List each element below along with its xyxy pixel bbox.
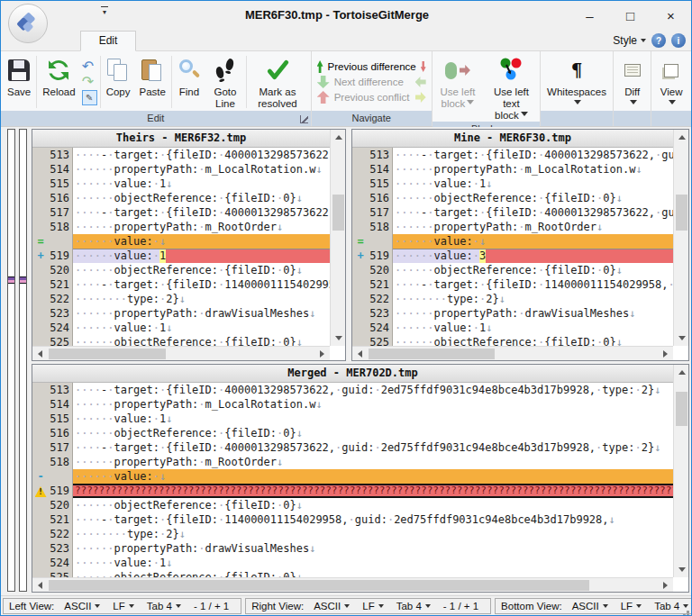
enable-edit-button[interactable]: ✎ bbox=[82, 90, 97, 105]
code-line[interactable]: 522········type:·2}↓ bbox=[352, 292, 673, 306]
scroll-up-button[interactable] bbox=[331, 130, 346, 144]
code-line[interactable]: 513····-·target:·{fileID:·40000132985736… bbox=[352, 148, 673, 162]
scroll-left-button[interactable] bbox=[352, 347, 367, 361]
vertical-scrollbar[interactable] bbox=[330, 130, 345, 346]
scroll-down-button[interactable] bbox=[674, 331, 689, 346]
about-button[interactable]: i bbox=[671, 33, 686, 48]
code-line[interactable]: 520······objectReference:·{fileID:·0}↓ bbox=[32, 263, 330, 277]
scroll-right-button[interactable] bbox=[659, 578, 673, 593]
pane-merged-editor[interactable]: 513····-·target:·{fileID:·40000132985736… bbox=[32, 383, 673, 577]
titlebar[interactable]: ▾ MER6F30.tmp - TortoiseGitMerge – □ × bbox=[1, 1, 691, 30]
code-line[interactable]: 518······propertyPath:·m_RootOrder↓ bbox=[352, 220, 673, 234]
scroll-right-button[interactable] bbox=[659, 347, 673, 361]
right-tab-dropdown[interactable]: Tab 4 bbox=[390, 601, 437, 611]
bottom-tab-dropdown[interactable]: Tab 4 bbox=[648, 601, 692, 611]
maximize-button[interactable]: □ bbox=[610, 1, 651, 30]
use-left-block-button[interactable]: Use left block bbox=[434, 53, 482, 122]
vertical-scrollbar[interactable] bbox=[673, 365, 688, 577]
code-line[interactable]: 520······objectReference:·{fileID:·0}↓ bbox=[352, 263, 673, 277]
minimize-button[interactable]: – bbox=[569, 1, 610, 30]
scrollbar-thumb[interactable] bbox=[676, 195, 687, 231]
tab-edit[interactable]: Edit bbox=[80, 31, 136, 51]
app-menu-button[interactable] bbox=[8, 4, 48, 43]
scroll-right-button[interactable] bbox=[315, 347, 330, 361]
vertical-scrollbar[interactable] bbox=[673, 130, 688, 346]
save-button[interactable]: Save bbox=[3, 53, 35, 111]
paste-button[interactable]: Paste bbox=[135, 53, 170, 111]
code-line[interactable]: 513····-·target:·{fileID:·40000132985736… bbox=[32, 148, 330, 162]
scroll-down-button[interactable] bbox=[331, 331, 346, 346]
scroll-left-button[interactable] bbox=[32, 578, 47, 593]
horizontal-scrollbar[interactable] bbox=[352, 346, 673, 360]
right-eol-dropdown[interactable]: LF bbox=[356, 601, 389, 611]
goto-line-button[interactable]: Goto Line bbox=[205, 53, 245, 111]
code-line[interactable]: 521····-·target:·{fileID:·11400001115402… bbox=[352, 277, 673, 292]
code-line[interactable]: 514······propertyPath:·m_LocalRotation.w… bbox=[32, 162, 330, 177]
code-line[interactable]: =······value:·↓ bbox=[32, 234, 330, 249]
code-line[interactable]: 517····-·target:·{fileID:·40000132985736… bbox=[32, 440, 673, 455]
previous-difference-button[interactable]: Previous difference bbox=[317, 60, 426, 73]
code-line[interactable]: 523······propertyPath:·drawVisualMeshes↓ bbox=[32, 306, 330, 321]
code-line[interactable]: 524······value:·1↓ bbox=[352, 321, 673, 335]
code-line[interactable]: 521····-·target:·{fileID:·11400001115402… bbox=[32, 512, 673, 527]
scrollbar-thumb[interactable] bbox=[49, 349, 166, 359]
code-line[interactable]: 517····-·target:·{fileID:·40000132985736… bbox=[32, 205, 330, 220]
right-encoding-dropdown[interactable]: ASCII bbox=[307, 601, 356, 611]
pane-theirs-editor[interactable]: 513····-·target:·{fileID:·40000132985736… bbox=[32, 148, 330, 346]
code-line[interactable]: +519······value:·1 bbox=[32, 249, 330, 263]
scrollbar-thumb[interactable] bbox=[332, 195, 344, 231]
bottom-eol-dropdown[interactable]: LF bbox=[615, 601, 648, 611]
horizontal-scrollbar[interactable] bbox=[32, 346, 330, 360]
code-line[interactable]: 513····-·target:·{fileID:·40000132985736… bbox=[32, 383, 673, 397]
code-line[interactable]: 517····-·target:·{fileID:·40000132985736… bbox=[352, 205, 673, 220]
close-button[interactable]: × bbox=[651, 1, 691, 30]
locator-bar-left[interactable] bbox=[7, 129, 15, 592]
code-line[interactable]: 514······propertyPath:·m_LocalRotation.w… bbox=[32, 397, 673, 412]
mark-resolved-button[interactable]: Mark as resolved bbox=[248, 53, 307, 111]
code-line[interactable]: !519????????????????????????????????????… bbox=[32, 484, 673, 498]
code-line[interactable]: 522········type:·2}↓ bbox=[32, 292, 330, 306]
code-line[interactable]: 518······propertyPath:·m_RootOrder↓ bbox=[32, 455, 673, 469]
dialog-launcher-icon[interactable] bbox=[300, 115, 308, 123]
scroll-up-button[interactable] bbox=[674, 130, 689, 144]
code-line[interactable]: 514······propertyPath:·m_LocalRotation.w… bbox=[352, 162, 673, 177]
redo-button[interactable]: ↷ bbox=[82, 75, 97, 89]
bottom-encoding-dropdown[interactable]: ASCII bbox=[566, 601, 615, 611]
code-line[interactable]: 515······value:·1↓ bbox=[352, 177, 673, 191]
undo-button[interactable]: ↶ bbox=[82, 59, 97, 74]
find-button[interactable]: Find bbox=[173, 53, 205, 111]
whitespaces-button[interactable]: ¶ Whitespaces bbox=[542, 53, 611, 111]
code-line[interactable]: 520······objectReference:·{fileID:·0}↓ bbox=[32, 498, 673, 512]
code-line[interactable]: -······value:·↓ bbox=[32, 469, 673, 484]
scrollbar-thumb[interactable] bbox=[369, 349, 495, 359]
resize-grip[interactable] bbox=[687, 611, 689, 613]
diff-button[interactable]: Diff bbox=[620, 53, 645, 111]
code-line[interactable]: 525······objectReference:·{fileID:·0}↓ bbox=[32, 570, 673, 577]
scrollbar-thumb[interactable] bbox=[49, 580, 589, 591]
code-line[interactable]: 518······propertyPath:·m_RootOrder↓ bbox=[32, 220, 330, 234]
locator-bar-right[interactable] bbox=[19, 129, 27, 592]
reload-button[interactable]: Reload bbox=[38, 53, 79, 111]
scroll-left-button[interactable] bbox=[32, 347, 47, 361]
code-line[interactable]: 523······propertyPath:·drawVisualMeshes↓ bbox=[352, 306, 673, 321]
code-line[interactable]: 525······objectReference:·{fileID:·0}↓ bbox=[352, 335, 673, 346]
copy-button[interactable]: Copy bbox=[102, 53, 135, 111]
code-line[interactable]: 522········type:·2}↓ bbox=[32, 527, 673, 541]
code-line[interactable]: +519······value:·3 bbox=[352, 249, 673, 263]
code-line[interactable]: 516······objectReference:·{fileID:·0}↓ bbox=[352, 191, 673, 205]
code-line[interactable]: 516······objectReference:·{fileID:·0}↓ bbox=[32, 426, 673, 440]
code-line[interactable]: =······value:·↓ bbox=[352, 234, 673, 249]
style-dropdown[interactable]: Style bbox=[613, 34, 646, 47]
next-difference-button[interactable]: Next difference bbox=[317, 76, 426, 88]
code-line[interactable]: 524······value:·1↓ bbox=[32, 556, 673, 570]
left-eol-dropdown[interactable]: LF bbox=[106, 601, 140, 611]
use-left-text-block-button[interactable]: Use left text block bbox=[485, 53, 537, 122]
horizontal-scrollbar[interactable] bbox=[32, 577, 673, 592]
code-line[interactable]: 524······value:·1↓ bbox=[32, 321, 330, 335]
code-line[interactable]: 515······value:·1↓ bbox=[32, 177, 330, 191]
left-encoding-dropdown[interactable]: ASCII bbox=[58, 601, 106, 611]
code-line[interactable]: 525······objectReference:·{fileID:·0}↓ bbox=[32, 335, 330, 346]
scroll-up-button[interactable] bbox=[674, 365, 689, 379]
code-line[interactable]: 521····-·target:·{fileID:·11400001115402… bbox=[32, 277, 330, 292]
scrollbar-thumb[interactable] bbox=[676, 392, 687, 426]
